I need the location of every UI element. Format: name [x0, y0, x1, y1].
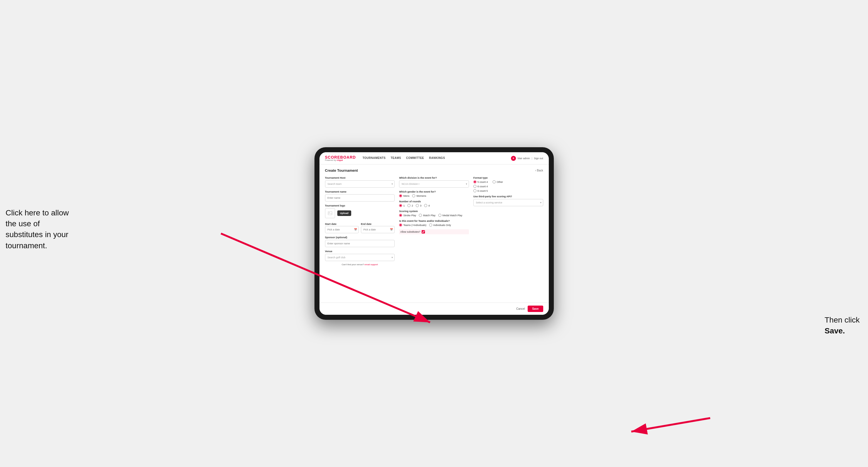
nav-user: B blair admin | Sign out [511, 156, 543, 161]
nav-teams[interactable]: TEAMS [391, 153, 401, 163]
scoring-api-select[interactable]: Select a scoring service [473, 199, 543, 206]
start-date-group: Start date 📅 [325, 221, 359, 233]
form-col-left: Tournament Host Search team Tournament n… [325, 177, 395, 266]
rounds-3-radio[interactable] [416, 204, 419, 207]
tournament-name-label: Tournament name [325, 190, 395, 193]
tournament-host-select[interactable]: Search team [325, 180, 395, 188]
page-content: Create Tournament ‹ Back Tournament Host… [319, 164, 549, 303]
gender-womens-radio[interactable] [412, 194, 415, 197]
rounds-4-radio[interactable] [424, 204, 427, 207]
scoring-api-label: Use third-party live scoring API? [473, 195, 543, 198]
page-header: Create Tournament ‹ Back [325, 168, 543, 173]
event-teams-radio[interactable] [399, 223, 402, 226]
format-label: Format type [473, 177, 543, 179]
format-options: 5 count 4 Other 6 count 4 [473, 180, 543, 192]
tournament-logo-label: Tournament logo [325, 204, 395, 207]
format-5count4[interactable]: 5 count 4 [473, 180, 488, 183]
tablet-screen: SCOREBOARD Powered by clippd TOURNAMENTS… [319, 152, 549, 315]
svg-point-4 [329, 212, 330, 213]
sponsor-label: Sponsor (optional) [325, 236, 395, 239]
end-date-group: End date 📅 [361, 221, 395, 233]
scoring-medal[interactable]: Medal Match Play [438, 214, 463, 217]
logo-placeholder [325, 208, 335, 218]
tournament-host-label: Tournament Host [325, 177, 395, 179]
event-type-label: Is this event for Teams and/or Individua… [399, 220, 469, 222]
format-other-radio[interactable] [493, 180, 496, 183]
end-date-input[interactable] [361, 226, 395, 233]
tournament-name-input[interactable] [325, 194, 395, 201]
division-label: Which division is the event for? [399, 177, 469, 179]
substitutes-checkbox[interactable] [422, 230, 425, 234]
svg-rect-3 [328, 212, 332, 215]
sponsor-input[interactable] [325, 240, 395, 247]
format-5count4-radio[interactable] [473, 180, 476, 183]
page-footer: Cancel Save [319, 303, 549, 315]
format-other[interactable]: Other [493, 180, 503, 183]
venue-select[interactable]: Search golf club [325, 254, 395, 261]
avatar: B [511, 156, 516, 161]
rounds-4[interactable]: 4 [424, 204, 430, 207]
upload-button[interactable]: Upload [337, 210, 351, 216]
substitutes-label[interactable]: Allow substitutes? [400, 230, 420, 233]
rounds-2-radio[interactable] [407, 204, 410, 207]
rounds-1[interactable]: 1 [399, 204, 405, 207]
nav-committee[interactable]: COMMITTEE [406, 153, 424, 163]
format-6count4[interactable]: 6 count 4 [473, 185, 488, 188]
venue-help: Can't find your venue? email support [325, 263, 395, 266]
scoring-stroke-radio[interactable] [399, 214, 402, 217]
email-support-link[interactable]: email support [365, 263, 378, 266]
gender-womens[interactable]: Womens [412, 194, 426, 197]
event-type-options: Teams (+Individuals) Individuals Only [399, 223, 469, 226]
event-teams[interactable]: Teams (+Individuals) [399, 223, 426, 226]
gender-options: Mens Womens [399, 194, 469, 197]
event-individuals-radio[interactable] [429, 223, 432, 226]
event-type-group: Is this event for Teams and/or Individua… [399, 220, 469, 226]
scoring-stroke[interactable]: Stroke Play [399, 214, 416, 217]
tournament-logo-group: Tournament logo Upload [325, 204, 395, 218]
annotation-left: Click here to allow the use of substitut… [6, 207, 78, 251]
scoring-label: Scoring system [399, 210, 469, 213]
start-date-input[interactable] [325, 226, 359, 233]
nav-tournaments[interactable]: TOURNAMENTS [363, 153, 386, 163]
nav-links: TOURNAMENTS TEAMS COMMITTEE RANKINGS [363, 153, 511, 163]
cancel-button[interactable]: Cancel [516, 307, 525, 310]
scoring-match[interactable]: Match Play [419, 214, 436, 217]
venue-label: Venue [325, 250, 395, 253]
user-name: blair admin [518, 157, 530, 160]
sign-out-link[interactable]: Sign out [534, 157, 543, 160]
gender-mens-radio[interactable] [399, 194, 402, 197]
tablet-shell: SCOREBOARD Powered by clippd TOURNAMENTS… [314, 147, 554, 320]
venue-group: Venue Search golf club Can't find your v… [325, 250, 395, 266]
rounds-group: Number of rounds 1 2 [399, 200, 469, 207]
rounds-2[interactable]: 2 [407, 204, 413, 207]
save-button[interactable]: Save [528, 306, 543, 312]
start-date-label: Start date [325, 223, 337, 225]
navbar: SCOREBOARD Powered by clippd TOURNAMENTS… [319, 152, 549, 164]
svg-line-1 [631, 418, 710, 432]
scoring-medal-radio[interactable] [438, 214, 441, 217]
format-6count5-radio[interactable] [473, 189, 476, 192]
nav-rankings[interactable]: RANKINGS [429, 153, 445, 163]
page-title: Create Tournament [325, 168, 358, 173]
scoring-api-group: Use third-party live scoring API? Select… [473, 195, 543, 206]
event-individuals[interactable]: Individuals Only [429, 223, 451, 226]
gender-mens[interactable]: Mens [399, 194, 409, 197]
rounds-label: Number of rounds [399, 200, 469, 203]
division-select[interactable]: NCAA Division I [399, 180, 469, 188]
format-6count4-radio[interactable] [473, 185, 476, 188]
rounds-3[interactable]: 3 [416, 204, 421, 207]
form-col-middle: Which division is the event for? NCAA Di… [399, 177, 469, 266]
rounds-options: 1 2 3 4 [399, 204, 469, 207]
form-col-right: Format type 5 count 4 Other [473, 177, 543, 266]
format-row-3: 6 count 5 [473, 189, 543, 192]
brand-name: SCOREBOARD [325, 155, 356, 159]
back-button[interactable]: ‹ Back [535, 169, 543, 172]
end-date-label: End date [361, 223, 372, 225]
calendar-icon-end: 📅 [390, 228, 393, 231]
calendar-icon-start: 📅 [354, 228, 357, 231]
format-6count5[interactable]: 6 count 5 [473, 189, 488, 192]
rounds-1-radio[interactable] [399, 204, 402, 207]
tournament-name-group: Tournament name [325, 190, 395, 201]
scoring-match-radio[interactable] [419, 214, 422, 217]
date-row: Start date 📅 End date 📅 [325, 221, 395, 233]
